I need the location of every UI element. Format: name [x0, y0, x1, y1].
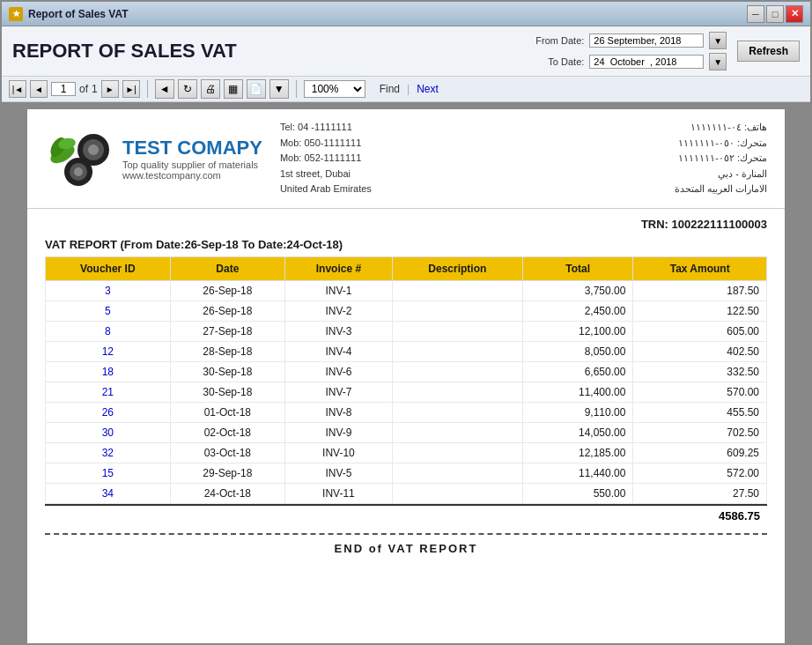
cell-date: 24-Oct-18	[170, 483, 284, 503]
company-ar-address2: الامارات العربيه المتحدة	[675, 182, 767, 197]
content-area: TEST COMAPY Top quality supplier of mate…	[2, 102, 810, 643]
company-ar-mob1: متحرك: ٠٥٠-١١١١١١١	[675, 136, 767, 152]
window-icon: ★	[9, 7, 23, 21]
cell-tax: 609.25	[633, 442, 767, 463]
page-info: of 1	[51, 82, 98, 96]
cell-voucher-id: 32	[46, 442, 171, 463]
cell-total: 11,440.00	[522, 463, 633, 483]
cell-tax: 455.50	[633, 402, 767, 422]
svg-point-5	[88, 145, 99, 155]
cell-description	[392, 422, 522, 442]
table-row: 34 24-Oct-18 INV-11 550.00 27.50	[46, 483, 767, 503]
date-controls: From Date: ▼ To Date: ▼	[522, 32, 727, 70]
cell-description	[392, 402, 522, 422]
cell-date: 30-Sep-18	[170, 382, 284, 402]
trn-row: TRN: 100222111100003	[27, 214, 785, 234]
vat-report-header: VAT REPORT (From Date:26-Sep-18 To Date:…	[27, 234, 785, 256]
find-label: Find	[380, 83, 400, 95]
refresh-report-button[interactable]: ↻	[178, 79, 197, 99]
table-row: 3 26-Sep-18 INV-1 3,750.00 187.50	[46, 280, 767, 300]
zoom-select[interactable]: 100% 75% 50% 150%	[304, 80, 365, 98]
vat-table: Voucher ID Date Invoice # Description To…	[45, 256, 767, 504]
cell-invoice: INV-11	[284, 483, 392, 503]
to-date-input[interactable]	[589, 55, 704, 69]
company-contact-en: Tel: 04 -1111111 Mob: 050-1111111 Mob: 0…	[262, 120, 675, 197]
cell-invoice: INV-2	[284, 300, 392, 321]
minimize-button[interactable]: ─	[747, 5, 764, 23]
export-arrow-button[interactable]: ▼	[269, 79, 289, 99]
next-page-button[interactable]: ►	[101, 80, 119, 98]
last-page-button[interactable]: ►|	[122, 80, 140, 98]
cell-description	[392, 483, 522, 503]
close-button[interactable]: ✕	[786, 5, 803, 23]
cell-tax: 332.50	[633, 361, 767, 382]
total-value: 4586.75	[719, 509, 760, 523]
cell-tax: 187.50	[633, 280, 767, 300]
company-address1: 1st street, Dubai	[280, 167, 657, 182]
layout-button[interactable]: ▦	[224, 79, 243, 99]
cell-voucher-id: 3	[46, 280, 171, 300]
cell-description	[392, 463, 522, 483]
company-ar-tel: هاتف: ٠٤-١١١١١١١	[675, 120, 767, 136]
from-date-input[interactable]	[589, 33, 704, 48]
table-row: 5 26-Sep-18 INV-2 2,450.00 122.50	[46, 300, 767, 321]
cell-date: 29-Sep-18	[170, 463, 284, 483]
cell-total: 9,110.00	[522, 402, 633, 422]
col-header-tax: Tax Amount	[633, 256, 767, 280]
cell-date: 03-Oct-18	[170, 442, 284, 463]
cell-date: 28-Sep-18	[170, 341, 284, 361]
to-date-calendar-button[interactable]: ▼	[709, 53, 727, 70]
window-title: Report of Sales VAT	[28, 8, 747, 20]
cell-invoice: INV-5	[284, 463, 392, 483]
main-window: ★ Report of Sales VAT ─ □ ✕ REPORT OF SA…	[0, 0, 812, 645]
cell-total: 6,650.00	[522, 361, 633, 382]
cell-invoice: INV-6	[284, 361, 392, 382]
cell-tax: 572.00	[633, 463, 767, 483]
report-page: TEST COMAPY Top quality supplier of mate…	[27, 109, 785, 643]
prev-page-button[interactable]: ◄	[30, 80, 48, 98]
col-header-description: Description	[392, 256, 522, 280]
toolbar: |◄ ◄ of 1 ► ►| ◄ ↻ 🖨 ▦ 📄 ▼ 100% 75% 50% …	[2, 77, 810, 102]
cell-date: 02-Oct-18	[170, 422, 284, 442]
col-header-total: Total	[522, 256, 633, 280]
toolbar-separator-2	[296, 80, 297, 98]
header-area: REPORT OF SALES VAT From Date: ▼ To Date…	[2, 26, 810, 77]
cell-voucher-id: 26	[46, 402, 171, 422]
total-row: 4586.75	[45, 504, 767, 526]
company-ar-address1: المنارة - دبي	[675, 167, 767, 182]
company-mob2: Mob: 052-1111111	[280, 151, 657, 167]
maximize-button[interactable]: □	[766, 5, 784, 23]
cell-total: 11,400.00	[522, 382, 633, 402]
cell-total: 12,185.00	[522, 442, 633, 463]
first-page-button[interactable]: |◄	[9, 80, 26, 98]
from-date-calendar-button[interactable]: ▼	[709, 32, 727, 49]
table-row: 26 01-Oct-18 INV-8 9,110.00 455.50	[46, 402, 767, 422]
print-button[interactable]: 🖨	[201, 79, 220, 99]
company-address2: United Arab Emirates	[280, 182, 657, 197]
back-button[interactable]: ◄	[155, 79, 174, 99]
title-bar: ★ Report of Sales VAT ─ □ ✕	[2, 2, 810, 26]
end-report-label: END of VAT REPORT	[45, 533, 767, 562]
table-row: 12 28-Sep-18 INV-4 8,050.00 402.50	[46, 341, 767, 361]
trn-number: TRN: 100222111100003	[641, 218, 767, 231]
next-link[interactable]: Next	[417, 83, 439, 95]
cell-total: 2,450.00	[522, 300, 633, 321]
company-header: TEST COMAPY Top quality supplier of mate…	[27, 109, 785, 209]
cell-invoice: INV-8	[284, 402, 392, 422]
table-row: 18 30-Sep-18 INV-6 6,650.00 332.50	[46, 361, 767, 382]
page-of-label: of	[79, 83, 88, 95]
page-number-input[interactable]	[51, 82, 76, 96]
to-date-label: To Date:	[522, 56, 584, 67]
cell-voucher-id: 30	[46, 422, 171, 442]
cell-tax: 702.50	[633, 422, 767, 442]
cell-total: 550.00	[522, 483, 633, 503]
to-date-row: To Date: ▼	[522, 53, 727, 70]
cell-total: 8,050.00	[522, 341, 633, 361]
table-row: 21 30-Sep-18 INV-7 11,400.00 570.00	[46, 382, 767, 402]
refresh-button[interactable]: Refresh	[737, 41, 800, 62]
cell-description	[392, 341, 522, 361]
toolbar-separator-1	[147, 80, 148, 98]
table-row: 32 03-Oct-18 INV-10 12,185.00 609.25	[46, 442, 767, 463]
table-header-row: Voucher ID Date Invoice # Description To…	[46, 256, 767, 280]
export-button[interactable]: 📄	[247, 79, 266, 99]
